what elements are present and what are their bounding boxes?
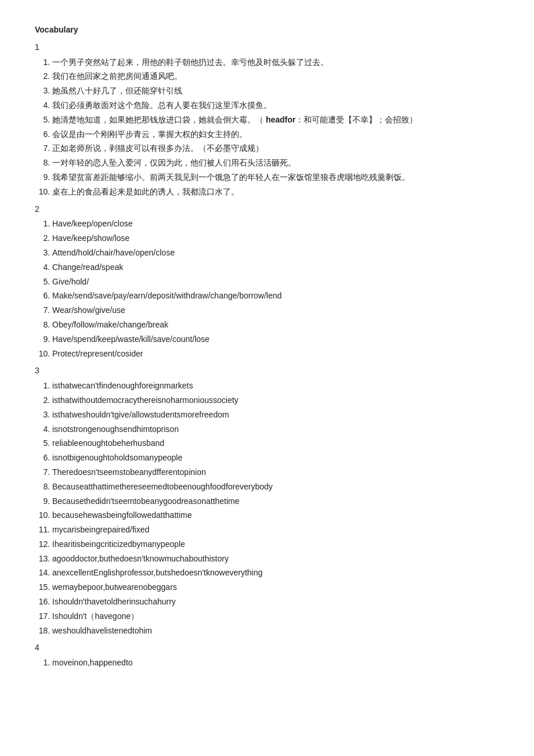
list-item: reliableenoughtobeherhusband <box>52 437 499 451</box>
list-item: 桌在上的食品看起来是如此的诱人，我都流口水了。 <box>52 185 499 199</box>
list-item: Protect/represent/cosider <box>52 347 499 361</box>
section4-list: moveinon,happenedto <box>46 656 499 670</box>
list-item: isnotstrongenoughsendhimtoprison <box>52 423 499 437</box>
section1-list: 一个男子突然站了起来，用他的鞋子朝他扔过去。幸亏他及时低头躲了过去。我们在他回家… <box>46 56 499 199</box>
vocabulary-title: Vocabulary <box>35 23 499 37</box>
list-item: 一对年轻的恋人坠入爱河，仅因为此，他们被人们用石头活活砸死。 <box>52 156 499 170</box>
list-item: Ishouldn't（havegone） <box>52 610 499 624</box>
list-item: agooddoctor,buthedoesn'tknowmuchabouthis… <box>52 552 499 566</box>
list-item: 正如老师所说，剥猫皮可以有很多办法。（不必墨守成规） <box>52 142 499 156</box>
list-item: 会议是由一个刚刚平步青云，掌握大权的妇女主持的。 <box>52 128 499 142</box>
list-item: isthatwecan'tfindenoughforeignmarkets <box>52 379 499 393</box>
list-item: isthatwithoutdemocracythereisnoharmoniou… <box>52 394 499 408</box>
section3-list: isthatwecan'tfindenoughforeignmarketsist… <box>46 379 499 638</box>
list-item: Obey/follow/make/change/break <box>52 318 499 332</box>
list-item: weshouldhavelistenedtohim <box>52 624 499 638</box>
list-item: Theredoesn'tseemstobeanydfferentopinion <box>52 466 499 480</box>
section3: 3 isthatwecan'tfindenoughforeignmarketsi… <box>35 364 499 638</box>
list-item: Wear/show/give/use <box>52 304 499 318</box>
list-item: Becauseatthattimethereseemedtobeenoughfo… <box>52 480 499 494</box>
section1: 1 一个男子突然站了起来，用他的鞋子朝他扔过去。幸亏他及时低头躲了过去。我们在他… <box>35 41 499 199</box>
list-item: becausehewasbeingfollowedatthattime <box>52 509 499 523</box>
list-item: 她虽然八十好几了，但还能穿针引线 <box>52 84 499 98</box>
list-item: 我们必须勇敢面对这个危险。总有人要在我们这里浑水摸鱼。 <box>52 99 499 113</box>
list-item: Attend/hold/chair/have/open/close <box>52 246 499 260</box>
list-item: Make/send/save/pay/earn/deposit/withdraw… <box>52 289 499 303</box>
list-item: 我希望贫富差距能够缩小。前两天我见到一个饿急了的年轻人在一家饭馆里狼吞虎咽地吃残… <box>52 171 499 185</box>
list-item: Give/hold/ <box>52 275 499 289</box>
list-item: isnotbigenoughtoholdsomanypeople <box>52 451 499 465</box>
list-item: Change/read/speak <box>52 261 499 275</box>
list-item: anexcellentEnglishprofessor,butshedoesn'… <box>52 566 499 580</box>
list-item: moveinon,happenedto <box>52 656 499 670</box>
section4-num: 4 <box>35 641 499 655</box>
list-item: isthatweshouldn'tgive/allowstudentsmoref… <box>52 408 499 422</box>
list-item: mycarisbeingrepaired/fixed <box>52 523 499 537</box>
list-item: wemaybepoor,butwearenobeggars <box>52 581 499 595</box>
section2-num: 2 <box>35 203 499 217</box>
list-item: 我们在他回家之前把房间通通风吧。 <box>52 70 499 84</box>
section3-num: 3 <box>35 364 499 378</box>
list-item: 她清楚地知道，如果她把那钱放进口袋，她就会倒大霉。（ headfor：和可能遭受… <box>52 113 499 127</box>
list-item: Have/keep/show/lose <box>52 232 499 246</box>
list-item: Have/keep/open/close <box>52 217 499 231</box>
list-item: Ihearitisbeingcriticizedbymanypeople <box>52 538 499 552</box>
section1-num: 1 <box>35 41 499 55</box>
section2-list: Have/keep/open/closeHave/keep/show/loseA… <box>46 217 499 361</box>
list-item: Becausethedidn'tseemtobeanygoodreasonatt… <box>52 495 499 509</box>
list-item: 一个男子突然站了起来，用他的鞋子朝他扔过去。幸亏他及时低头躲了过去。 <box>52 56 499 70</box>
section4: 4 moveinon,happenedto <box>35 641 499 670</box>
section2: 2 Have/keep/open/closeHave/keep/show/los… <box>35 203 499 361</box>
list-item: Ishouldn'thavetoldherinsuchahurry <box>52 595 499 609</box>
list-item: Have/spend/keep/waste/kill/save/count/lo… <box>52 333 499 347</box>
